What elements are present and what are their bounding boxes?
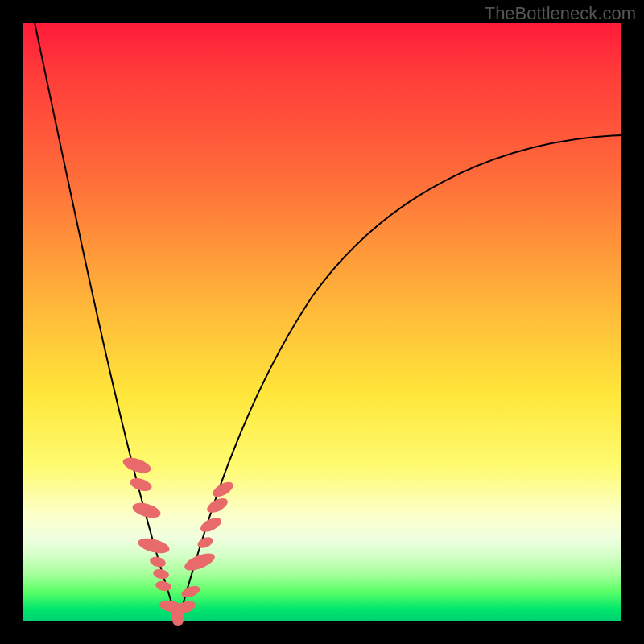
data-bead-1 — [129, 476, 154, 493]
data-bead-15 — [210, 479, 235, 500]
data-bead-10 — [180, 584, 202, 599]
data-bead-6 — [155, 580, 172, 592]
data-bead-13 — [198, 515, 223, 535]
chart-area — [23, 23, 621, 621]
watermark-text: TheBottleneck.com — [485, 3, 636, 24]
data-bead-3 — [137, 535, 171, 555]
data-bead-12 — [196, 535, 214, 550]
data-bead-4 — [149, 555, 167, 568]
bottleneck-curve-svg — [23, 23, 621, 621]
data-bead-11 — [182, 550, 217, 574]
data-bead-5 — [152, 568, 170, 580]
data-point-beads — [121, 455, 235, 626]
data-bead-14 — [204, 495, 229, 516]
curve-right-branch — [178, 135, 621, 621]
data-bead-0 — [121, 455, 152, 476]
curve-left-branch — [35, 23, 178, 621]
